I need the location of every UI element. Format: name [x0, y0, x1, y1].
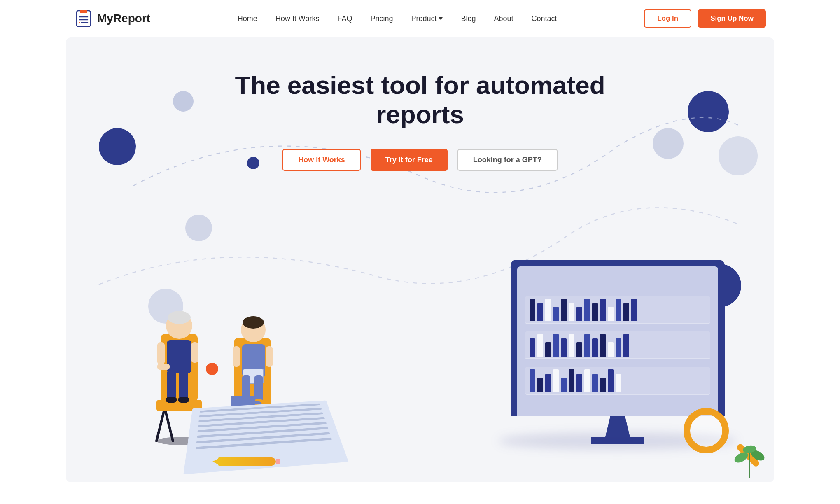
svg-point-18 — [166, 397, 177, 403]
nav-product[interactable]: Product — [411, 14, 443, 23]
svg-rect-37 — [233, 346, 240, 367]
book — [553, 307, 559, 321]
nav-blog[interactable]: Blog — [461, 14, 476, 23]
svg-rect-38 — [266, 346, 273, 367]
shelf-row-2 — [525, 331, 710, 359]
monitor-screen — [517, 266, 718, 416]
nav-how-it-works[interactable]: How It Works — [275, 14, 320, 23]
nav-faq[interactable]: FAQ — [337, 14, 352, 23]
decor-circle-blue-small — [247, 157, 259, 169]
book — [576, 342, 582, 357]
illustration-area — [66, 173, 774, 482]
book — [600, 378, 606, 392]
book — [537, 334, 543, 357]
book — [537, 303, 543, 321]
book — [600, 334, 606, 357]
book — [530, 299, 535, 321]
shelf-row-3 — [525, 367, 710, 395]
monitor-stand — [605, 416, 630, 437]
decor-circle-light-5 — [719, 136, 758, 175]
hero-buttons: How It Works Try It for Free Looking for… — [282, 149, 558, 171]
book — [537, 378, 543, 392]
book — [608, 307, 614, 321]
book — [616, 374, 621, 392]
hero-gpt-button[interactable]: Looking for a GPT? — [457, 149, 558, 171]
book — [616, 338, 621, 357]
book — [561, 378, 567, 392]
svg-rect-21 — [157, 364, 170, 370]
nav-pricing[interactable]: Pricing — [370, 14, 393, 23]
hero-how-it-works-button[interactable]: How It Works — [282, 149, 361, 171]
plant-illustration — [733, 437, 766, 478]
book — [592, 303, 598, 321]
svg-rect-20 — [157, 342, 165, 365]
svg-point-4 — [79, 22, 80, 23]
monitor-body — [511, 260, 725, 416]
book — [576, 374, 582, 392]
nav-contact[interactable]: Contact — [532, 14, 557, 23]
book — [530, 338, 535, 357]
pencil-tip — [212, 459, 218, 464]
svg-point-30 — [243, 316, 264, 329]
book — [569, 303, 574, 321]
book — [553, 334, 559, 357]
doc-line — [196, 438, 332, 450]
book — [592, 374, 598, 392]
svg-rect-17 — [179, 371, 188, 400]
svg-rect-15 — [167, 340, 191, 373]
book — [584, 334, 590, 357]
shelf-row-1 — [525, 296, 710, 324]
book — [545, 374, 551, 392]
pencil-eraser — [276, 459, 280, 464]
nav-links: Home How It Works FAQ Pricing Product Bl… — [238, 14, 557, 23]
book — [569, 334, 574, 357]
brand-name: MyReport — [97, 12, 150, 25]
book — [600, 299, 606, 321]
nav-about[interactable]: About — [494, 14, 513, 23]
svg-rect-22 — [191, 342, 198, 363]
svg-line-7 — [165, 408, 173, 441]
product-chevron-icon — [439, 17, 443, 20]
hero-title: The easiest tool for automated reports — [235, 70, 605, 129]
logo-icon — [74, 9, 93, 28]
book — [608, 342, 614, 357]
svg-point-14 — [168, 311, 191, 324]
book — [608, 369, 614, 392]
decor-circle-blue-tr — [688, 91, 729, 132]
hero-try-free-button[interactable]: Try It for Free — [371, 149, 448, 171]
book — [631, 299, 637, 321]
navbar: MyReport Home How It Works FAQ Pricing P… — [0, 0, 840, 37]
decor-circle-light-4 — [653, 128, 684, 159]
magnifier-circle — [684, 408, 729, 453]
doc-line — [197, 427, 329, 438]
book — [616, 299, 621, 321]
book — [545, 342, 551, 357]
login-button[interactable]: Log In — [644, 9, 691, 28]
book — [592, 338, 598, 357]
decor-circle-light-1 — [173, 91, 194, 112]
book — [530, 369, 535, 392]
book — [569, 369, 574, 392]
book — [584, 369, 590, 392]
book — [561, 299, 567, 321]
book — [561, 338, 567, 357]
book — [623, 303, 629, 321]
logo[interactable]: MyReport — [74, 9, 150, 28]
decor-circle-blue-large — [99, 128, 136, 165]
nav-buttons: Log In Sign Up Now — [644, 9, 766, 28]
book — [553, 369, 559, 392]
monitor-bookshelf — [525, 279, 710, 412]
book — [623, 334, 629, 357]
signup-button[interactable]: Sign Up Now — [698, 9, 766, 28]
svg-rect-16 — [167, 371, 176, 400]
svg-rect-1 — [80, 10, 87, 13]
nav-home[interactable]: Home — [238, 14, 257, 23]
hero-section: The easiest tool for automated reports H… — [66, 37, 774, 482]
book — [545, 299, 551, 321]
svg-line-6 — [156, 408, 165, 441]
doc-line — [196, 432, 330, 443]
svg-point-19 — [178, 397, 189, 403]
book — [576, 307, 582, 321]
book — [584, 299, 590, 321]
svg-rect-34 — [254, 375, 263, 402]
